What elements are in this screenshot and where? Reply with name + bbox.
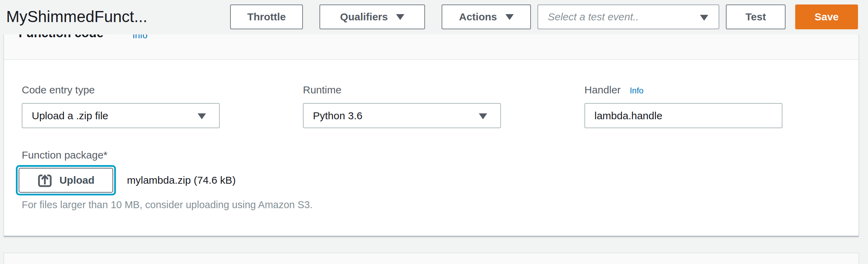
save-button-label: Save (815, 11, 839, 23)
caret-down-icon (700, 15, 708, 21)
actions-dropdown-button[interactable]: Actions (442, 4, 531, 29)
code-entry-type-select[interactable]: Upload a .zip file (22, 103, 220, 128)
caret-down-icon (396, 14, 404, 20)
uploaded-file-info: mylambda.zip (74.6 kB) (127, 165, 236, 195)
save-button[interactable]: Save (795, 4, 858, 29)
test-event-placeholder: Select a test event.. (548, 11, 639, 23)
function-name-title: MyShimmedFunct... (6, 7, 147, 26)
function-package-label: Function package* (22, 150, 108, 161)
handler-info-link[interactable]: Info (630, 86, 643, 95)
next-section-card (3, 253, 859, 264)
handler-label-text: Handler (584, 84, 621, 95)
code-entry-type-selected-value: Upload a .zip file (32, 110, 108, 122)
runtime-selected-value: Python 3.6 (313, 110, 362, 122)
test-button-label: Test (746, 11, 766, 23)
code-entry-type-label: Code entry type (22, 84, 95, 95)
throttle-button-label: Throttle (247, 11, 286, 23)
runtime-select[interactable]: Python 3.6 (303, 103, 501, 128)
handler-input[interactable] (584, 103, 782, 128)
s3-upload-hint: For files larger than 10 MB, consider up… (22, 199, 313, 210)
lambda-console-viewport: Function code Info Code entry type Runti… (0, 0, 868, 264)
caret-down-icon (198, 113, 206, 119)
handler-label: Handler Info (584, 84, 643, 96)
upload-button[interactable]: Upload (19, 168, 113, 193)
function-action-header: MyShimmedFunct... Throttle Qualifiers Ac… (0, 0, 868, 34)
upload-icon (37, 173, 52, 188)
upload-button-focus-ring: Upload (16, 165, 116, 195)
upload-button-label: Upload (59, 174, 95, 186)
function-code-card: Function code Info Code entry type Runti… (3, 7, 859, 236)
throttle-button[interactable]: Throttle (230, 4, 303, 29)
test-event-select[interactable]: Select a test event.. (537, 4, 719, 29)
runtime-label: Runtime (303, 84, 342, 95)
qualifiers-dropdown-button[interactable]: Qualifiers (319, 4, 425, 29)
qualifiers-button-label: Qualifiers (340, 11, 388, 23)
test-button[interactable]: Test (726, 4, 786, 29)
caret-down-icon (479, 113, 487, 119)
caret-down-icon (505, 14, 514, 20)
actions-button-label: Actions (459, 11, 497, 23)
